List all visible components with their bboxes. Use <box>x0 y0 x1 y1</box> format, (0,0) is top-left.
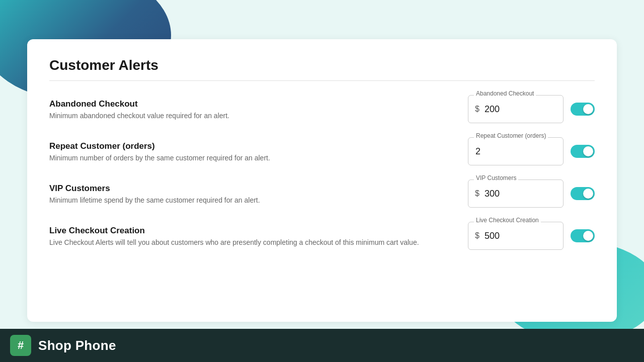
toggle-vip-customers[interactable] <box>571 187 595 200</box>
input-field-repeat-customer[interactable] <box>468 137 564 165</box>
alert-title-repeat-customer: Repeat Customer (orders) <box>49 141 468 151</box>
alert-control-abandoned-checkout: Abandoned Checkout$ <box>468 95 595 123</box>
alert-row-live-checkout: Live Checkout CreationLive Checkout Aler… <box>49 222 595 250</box>
currency-symbol-live-checkout: $ <box>475 231 479 240</box>
toggle-thumb-vip-customers <box>583 189 593 199</box>
alert-title-live-checkout: Live Checkout Creation <box>49 226 468 236</box>
alert-title-vip-customers: VIP Customers <box>49 184 468 194</box>
alert-control-repeat-customer: Repeat Customer (orders) <box>468 137 595 165</box>
currency-symbol-vip-customers: $ <box>475 189 479 198</box>
alert-title-abandoned-checkout: Abandoned Checkout <box>49 99 468 109</box>
input-group-abandoned-checkout: Abandoned Checkout$ <box>468 95 564 123</box>
toggle-track-vip-customers <box>571 187 595 200</box>
input-group-vip-customers: VIP Customers$ <box>468 179 564 208</box>
input-label-vip-customers: VIP Customers <box>474 174 518 182</box>
input-group-repeat-customer: Repeat Customer (orders) <box>468 137 564 165</box>
alert-desc-vip-customers: Minimum lifetime spend by the same custo… <box>49 196 468 204</box>
toggle-abandoned-checkout[interactable] <box>571 103 595 116</box>
toggle-thumb-live-checkout <box>583 231 593 241</box>
title-divider <box>49 80 595 81</box>
alerts-container: Abandoned CheckoutMinimum abandoned chec… <box>49 95 595 250</box>
toggle-track-abandoned-checkout <box>571 103 595 116</box>
input-field-abandoned-checkout[interactable] <box>468 95 564 123</box>
alert-row-vip-customers: VIP CustomersMinimum lifetime spend by t… <box>49 179 595 208</box>
toggle-track-repeat-customer <box>571 145 595 158</box>
input-field-live-checkout[interactable] <box>468 222 564 250</box>
toggle-thumb-repeat-customer <box>583 146 593 156</box>
alert-info-repeat-customer: Repeat Customer (orders)Minimum number o… <box>49 141 468 162</box>
alert-desc-repeat-customer: Minimum number of orders by the same cus… <box>49 154 468 162</box>
alert-row-abandoned-checkout: Abandoned CheckoutMinimum abandoned chec… <box>49 95 595 123</box>
alert-info-live-checkout: Live Checkout CreationLive Checkout Aler… <box>49 226 468 246</box>
alert-desc-live-checkout: Live Checkout Alerts will tell you about… <box>49 238 468 246</box>
logo-container: # Shop Phone <box>10 335 116 356</box>
logo-text: Shop Phone <box>38 338 116 353</box>
input-label-repeat-customer: Repeat Customer (orders) <box>474 132 548 139</box>
alert-control-vip-customers: VIP Customers$ <box>468 179 595 208</box>
alert-info-abandoned-checkout: Abandoned CheckoutMinimum abandoned chec… <box>49 99 468 120</box>
input-field-vip-customers[interactable] <box>468 179 564 208</box>
input-group-live-checkout: Live Checkout Creation$ <box>468 222 564 250</box>
main-card: Customer Alerts Abandoned CheckoutMinimu… <box>27 39 617 322</box>
currency-symbol-abandoned-checkout: $ <box>475 105 479 114</box>
toggle-track-live-checkout <box>571 229 595 242</box>
alert-row-repeat-customer: Repeat Customer (orders)Minimum number o… <box>49 137 595 165</box>
bottom-bar: # Shop Phone <box>0 329 644 362</box>
alert-info-vip-customers: VIP CustomersMinimum lifetime spend by t… <box>49 184 468 204</box>
alert-control-live-checkout: Live Checkout Creation$ <box>468 222 595 250</box>
toggle-repeat-customer[interactable] <box>571 145 595 158</box>
logo-icon: # <box>10 335 31 356</box>
page-title: Customer Alerts <box>49 57 595 73</box>
input-label-live-checkout: Live Checkout Creation <box>474 217 541 224</box>
input-label-abandoned-checkout: Abandoned Checkout <box>474 90 536 97</box>
alert-desc-abandoned-checkout: Minimum abandoned checkout value require… <box>49 112 468 120</box>
toggle-thumb-abandoned-checkout <box>583 104 593 114</box>
toggle-live-checkout[interactable] <box>571 229 595 242</box>
